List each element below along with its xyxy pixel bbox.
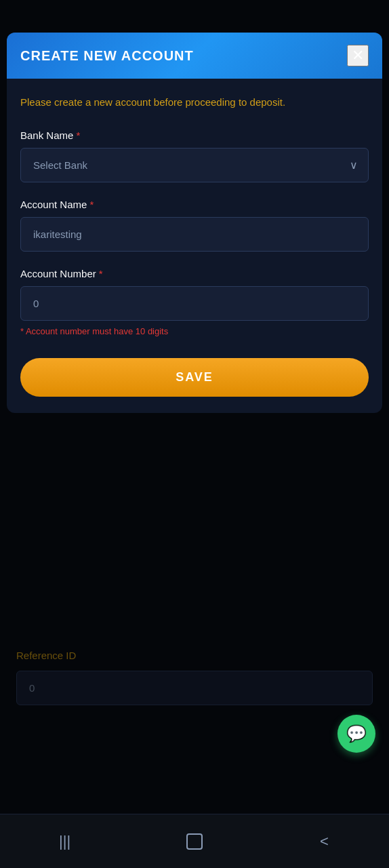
back-icon: <: [320, 833, 329, 850]
account-number-validation: * Account number must have 10 digits: [20, 326, 369, 336]
nav-home-button[interactable]: [174, 828, 215, 855]
account-name-group: Account Name *: [20, 199, 369, 252]
nav-back-button[interactable]: <: [304, 828, 344, 855]
close-button[interactable]: ✕: [347, 45, 369, 66]
account-name-required: *: [89, 199, 94, 210]
save-button[interactable]: SAVE: [20, 358, 369, 397]
bank-name-required: *: [76, 130, 80, 141]
account-number-required: *: [99, 268, 103, 279]
home-icon: [186, 833, 203, 850]
info-text: Please create a new account before proce…: [20, 95, 369, 111]
bank-select[interactable]: Select Bank: [20, 148, 369, 182]
nav-menu-button[interactable]: |||: [45, 828, 85, 855]
chat-icon: 💬: [346, 724, 367, 743]
modal-title: CREATE NEW ACCOUNT: [20, 48, 194, 64]
account-number-label: Account Number *: [20, 268, 369, 279]
bank-name-label: Bank Name *: [20, 130, 369, 141]
modal-body: Please create a new account before proce…: [7, 79, 382, 413]
navigation-bar: ||| <: [0, 814, 389, 868]
bank-select-wrapper: Select Bank ∨: [20, 148, 369, 182]
bank-name-group: Bank Name * Select Bank ∨: [20, 130, 369, 182]
modal-card: CREATE NEW ACCOUNT ✕ Please create a new…: [7, 33, 382, 413]
chat-fab-button[interactable]: 💬: [337, 715, 375, 753]
menu-icon: |||: [59, 833, 70, 850]
account-name-label: Account Name *: [20, 199, 369, 210]
account-name-input[interactable]: [20, 217, 369, 252]
account-number-input[interactable]: [20, 286, 369, 321]
modal-header: CREATE NEW ACCOUNT ✕: [7, 33, 382, 79]
account-number-group: Account Number * * Account number must h…: [20, 268, 369, 336]
